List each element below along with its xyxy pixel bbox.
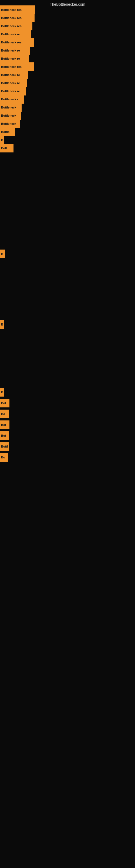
bar-label: Bottleneck res (1, 24, 21, 28)
bar-label: Bottleneck re (1, 57, 20, 60)
bar-item: Bottleneck re (0, 79, 27, 87)
bar-label: Bottleneck res (1, 41, 21, 44)
bar-item: Bo (0, 453, 8, 462)
bar-item: Bottleneck (0, 119, 20, 128)
bar-item: B (0, 135, 4, 144)
bar-item: Bo (0, 410, 9, 418)
bar-item: Bottleneck re (0, 70, 28, 79)
bar-label: Bottleneck (1, 114, 16, 117)
bar-label: Bottle (1, 130, 9, 133)
bar-label: Bot (1, 434, 6, 437)
bar-item: Bottleneck res (0, 13, 35, 22)
bar-item: Bottleneck re (0, 87, 26, 95)
bar-label: Bott (1, 147, 7, 150)
bar-item: Bot (0, 431, 9, 440)
bar-label: B (1, 252, 3, 255)
bar-label: Bottleneck (1, 122, 16, 125)
bar-label: Bot (1, 401, 6, 405)
bar-item: Bottleneck res (0, 62, 34, 71)
bar-label: Bottleneck re (1, 33, 20, 36)
bar-item: Bottleneck (0, 103, 21, 112)
bar-item: Bottleneck re (0, 54, 29, 63)
bar-label: Bottleneck re (1, 90, 20, 93)
bar-label: Bottleneck r (1, 98, 18, 101)
bar-label: B (1, 391, 3, 394)
bar-label: B (1, 138, 3, 142)
bar-item: Bottleneck re (0, 30, 31, 38)
bar-item: B (0, 320, 4, 329)
bar-item: Bottleneck res (0, 5, 35, 14)
bar-item: Bottleneck (0, 111, 21, 120)
bar-item: Bottle (0, 127, 15, 136)
bar-label: Bottleneck (1, 106, 16, 109)
bar-item: B (0, 388, 4, 397)
bar-label: Bottleneck re (1, 82, 20, 85)
bar-label: Bo (1, 456, 5, 459)
bar-label: Bottleneck re (1, 49, 20, 52)
bar-label: Bot (1, 423, 6, 426)
bar-item: Bottl (0, 442, 9, 451)
bar-label: Bo (1, 412, 5, 415)
bar-label: Bottleneck re (1, 73, 20, 76)
bar-label: Bottleneck res (1, 16, 21, 20)
bar-label: Bottl (1, 445, 8, 448)
bar-label: B (1, 323, 3, 326)
bar-item: Bot (0, 399, 9, 407)
bar-item: Bottleneck res (0, 22, 32, 30)
bar-item: Bottleneck r (0, 95, 24, 104)
bar-label: Bottleneck res (1, 65, 21, 68)
bar-item: Bottleneck re (0, 46, 30, 55)
bar-item: Bott (0, 144, 13, 152)
bar-item: B (0, 250, 5, 258)
bar-item: Bottleneck res (0, 38, 34, 46)
bar-item: Bot (0, 421, 9, 429)
bar-label: Bottleneck res (1, 8, 21, 11)
